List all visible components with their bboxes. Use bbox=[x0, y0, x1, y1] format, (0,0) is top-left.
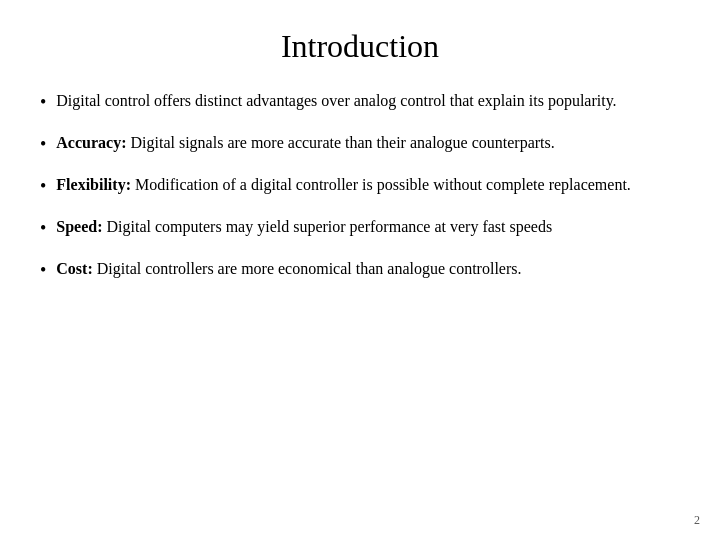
bullet-dot-3: • bbox=[40, 173, 46, 199]
bullet-item-5: • Cost: Digital controllers are more eco… bbox=[40, 257, 680, 283]
bullet-label-3: Flexibility: bbox=[56, 176, 131, 193]
bullet-item-4: • Speed: Digital computers may yield sup… bbox=[40, 215, 680, 241]
bullet-text-3: Flexibility: Modification of a digital c… bbox=[56, 173, 680, 196]
bullet-text-5: Cost: Digital controllers are more econo… bbox=[56, 257, 680, 280]
bullet-dot-1: • bbox=[40, 89, 46, 115]
bullet-label-2: Accuracy: bbox=[56, 134, 126, 151]
bullet-text-1: Digital control offers distinct advantag… bbox=[56, 89, 680, 112]
bullet-dot-2: • bbox=[40, 131, 46, 157]
bullet-list: • Digital control offers distinct advant… bbox=[40, 89, 680, 520]
bullet-item-3: • Flexibility: Modification of a digital… bbox=[40, 173, 680, 199]
bullet-item-2: • Accuracy: Digital signals are more acc… bbox=[40, 131, 680, 157]
bullet-label-4: Speed: bbox=[56, 218, 102, 235]
bullet-label-5: Cost: bbox=[56, 260, 92, 277]
bullet-dot-4: • bbox=[40, 215, 46, 241]
page-number: 2 bbox=[694, 513, 700, 528]
bullet-item-1: • Digital control offers distinct advant… bbox=[40, 89, 680, 115]
slide-container: Introduction • Digital control offers di… bbox=[0, 0, 720, 540]
slide-title: Introduction bbox=[40, 20, 680, 65]
bullet-text-4: Speed: Digital computers may yield super… bbox=[56, 215, 680, 238]
bullet-dot-5: • bbox=[40, 257, 46, 283]
bullet-text-2: Accuracy: Digital signals are more accur… bbox=[56, 131, 680, 154]
